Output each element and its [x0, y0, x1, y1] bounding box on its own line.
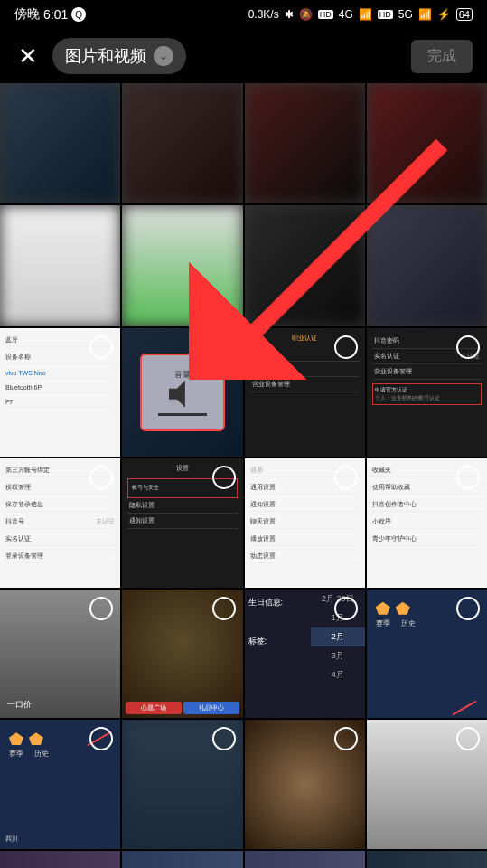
battery-charging-icon: ⚡ [437, 8, 451, 21]
thumbnail[interactable] [122, 851, 242, 868]
bt-device: F7 [5, 397, 115, 408]
bt-device: vivo TWS Neo [5, 368, 115, 379]
qq-icon: Q [71, 7, 86, 22]
select-circle[interactable] [89, 597, 113, 620]
signal-bars-1: 📶 [359, 8, 372, 21]
select-circle[interactable] [212, 597, 236, 620]
select-circle[interactable] [456, 335, 480, 359]
status-bar: 傍晚 6:01 Q 0.3K/s ✱ 🔕 HD 4G 📶 HD 5G 📶 ⚡ 6… [0, 0, 487, 29]
thumbnail-character[interactable] [245, 720, 365, 849]
thumbnail-account[interactable]: 第三方账号绑定 授权管理 保存登录信息 抖音号未认证 实名认证 登录设备管理 [0, 458, 120, 588]
done-button[interactable]: 完成 [411, 40, 473, 73]
select-circle[interactable] [334, 727, 358, 750]
badge-icon [396, 602, 410, 615]
category-selector[interactable]: 图片和视频 ⌄ [52, 38, 186, 74]
thumbnail[interactable] [122, 83, 242, 203]
thumbnail-portrait[interactable] [367, 720, 487, 849]
date-label: 生日信息: [248, 597, 307, 609]
select-circle[interactable] [456, 597, 480, 620]
thumbnail[interactable] [367, 205, 487, 326]
net-speed: 0.3K/s [248, 8, 279, 21]
status-left: 傍晚 6:01 Q [14, 6, 86, 23]
thumbnail-volume[interactable]: 音量 [122, 328, 242, 458]
red-arrow-icon [453, 701, 477, 716]
badge-icon [29, 732, 43, 745]
thumbnail[interactable] [245, 851, 365, 868]
select-circle[interactable] [456, 466, 480, 489]
time: 6:01 [43, 7, 68, 22]
thumbnail[interactable] [367, 851, 487, 868]
red-highlight: 申请官方认证 个人：企业机构的帐号认证 [372, 383, 482, 405]
volume-slider [158, 413, 207, 416]
volume-label: 音量 [174, 369, 191, 381]
thumbnail-auth[interactable]: 职业认证 抖音密码 实名认证 营业设备管理 [245, 328, 365, 458]
person-name: 一口价 [7, 699, 32, 711]
select-circle[interactable] [334, 335, 358, 359]
thumbnail-auth2[interactable]: 抖音密码 实名认证 未认证 营业设备管理 申请官方认证 个人：企业机构的帐号认证 [367, 328, 487, 458]
select-circle[interactable] [334, 597, 358, 620]
battery-level: 64 [456, 8, 473, 21]
select-circle[interactable] [212, 727, 236, 750]
signal-bars-2: 📶 [418, 8, 432, 21]
thumbnail[interactable] [0, 205, 120, 326]
thumbnail-settings-light[interactable]: 通用 通用设置 通知设置 聊天设置 播放设置 动态设置 [245, 458, 365, 588]
thumbnail-browse[interactable]: 收藏夹 使用帮助收藏 抖音创作者中心 小程序 青少年守护中心 [367, 458, 487, 588]
chevron-down-icon: ⌄ [154, 46, 173, 66]
badge-icon [376, 602, 390, 615]
select-circle[interactable] [89, 335, 113, 359]
bluetooth-icon: ✱ [285, 8, 294, 21]
hd-badge-1: HD [318, 10, 333, 19]
thumbnail[interactable] [0, 83, 120, 203]
picker-header: ✕ 图片和视频 ⌄ 完成 [0, 29, 487, 83]
select-circle[interactable] [89, 727, 113, 750]
thumbnail[interactable] [122, 720, 242, 849]
thumbnail-person[interactable]: 一口价 [0, 590, 120, 719]
thumbnail-date[interactable]: 生日信息: 标签: 2月 20日 1月 2月 3月 4月 [245, 590, 365, 719]
category-label: 图片和视频 [65, 45, 146, 67]
signal-5g: 5G [398, 8, 413, 21]
select-circle[interactable] [334, 466, 358, 489]
select-circle[interactable] [212, 335, 236, 359]
thumbnail[interactable] [245, 205, 365, 326]
media-grid: 蓝牙 设备名称 vivo TWS Neo Bluetooth 6P F7 音量 … [0, 83, 487, 868]
bt-device: Bluetooth 6P [5, 382, 115, 393]
thumbnail-game[interactable]: 心愿广场 礼品中心 [122, 590, 242, 719]
thumbnail[interactable] [0, 851, 120, 868]
time-prefix: 傍晚 [14, 6, 40, 23]
thumbnail-badges2[interactable]: 赛季 历史 四川 [0, 720, 120, 849]
mute-icon: 🔕 [299, 8, 313, 21]
tag-label: 标签: [248, 636, 307, 647]
thumbnail[interactable] [122, 205, 242, 326]
signal-4g: 4G [339, 8, 353, 21]
badge-icon [9, 732, 23, 745]
thumbnail[interactable] [367, 83, 487, 203]
thumbnail-badges[interactable]: 赛季 历史 [367, 590, 487, 719]
hd-badge-2: HD [378, 10, 393, 19]
thumbnail-settings-dark[interactable]: 设置 帐号与安全 隐私设置 通知设置 [122, 458, 242, 588]
volume-dialog: 音量 [140, 354, 224, 431]
select-circle[interactable] [212, 466, 236, 489]
close-button[interactable]: ✕ [14, 42, 42, 71]
thumbnail-bluetooth[interactable]: 蓝牙 设备名称 vivo TWS Neo Bluetooth 6P F7 [0, 328, 120, 458]
speaker-icon [169, 381, 196, 408]
select-circle[interactable] [456, 727, 480, 750]
status-right: 0.3K/s ✱ 🔕 HD 4G 📶 HD 5G 📶 ⚡ 64 [248, 8, 473, 21]
thumbnail[interactable] [245, 83, 365, 203]
